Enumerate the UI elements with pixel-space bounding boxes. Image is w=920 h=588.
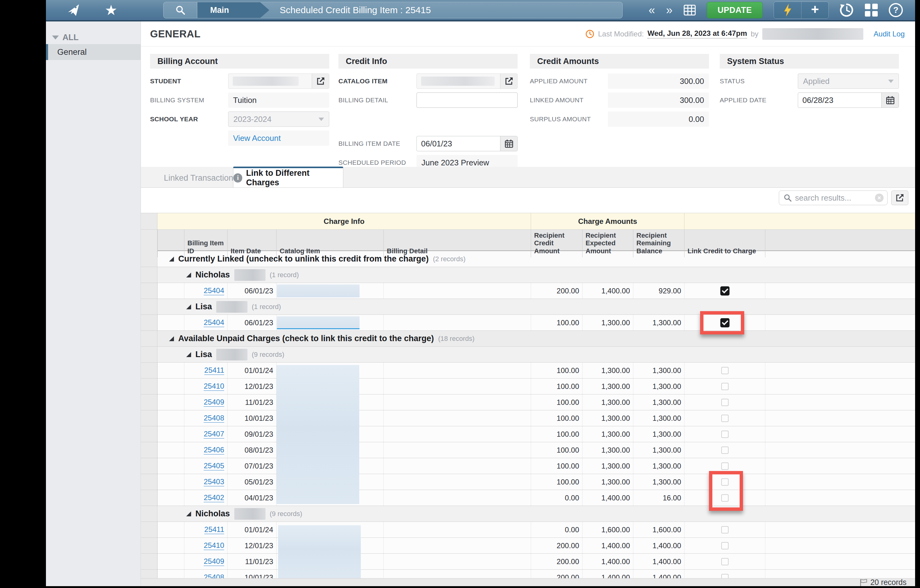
row-selector-column[interactable] [141, 458, 157, 474]
link-credit-checkbox[interactable] [721, 399, 729, 406]
breadcrumb-main[interactable]: Main [197, 2, 269, 18]
results-search-box: × [779, 191, 888, 205]
link-credit-checkbox[interactable] [721, 367, 729, 374]
rocket-icon[interactable] [67, 3, 81, 17]
group-row-level2[interactable]: Nicholas(9 records) [141, 505, 915, 522]
update-button[interactable]: UPDATE [707, 2, 763, 18]
row-selector-column[interactable] [141, 490, 157, 505]
collapse-triangle-icon[interactable] [186, 352, 191, 357]
collapse-triangle-icon[interactable] [186, 305, 191, 309]
billing-item-id-link[interactable]: 25404 [204, 318, 224, 327]
row-selector-column[interactable] [141, 426, 157, 442]
view-account-link[interactable]: View Account [233, 133, 281, 143]
applied-date-field[interactable]: 06/28/23 [798, 92, 899, 108]
row-selector-column[interactable] [141, 283, 157, 299]
favorites-star-icon[interactable]: ★ [105, 3, 117, 17]
link-credit-checkbox[interactable] [721, 542, 729, 549]
next-record-icon[interactable]: » [666, 4, 672, 16]
billing-item-id-link[interactable]: 25411 [204, 366, 224, 375]
applied-date-value[interactable]: 06/28/23 [798, 93, 881, 107]
group-row-level1[interactable]: Available Unpaid Charges (check to link … [141, 330, 915, 347]
last-modified-label: Last Modified: [598, 30, 644, 38]
applied-date-picker-button[interactable] [881, 93, 899, 107]
link-credit-checkbox[interactable] [721, 526, 729, 533]
student-name: Nicholas [195, 509, 230, 518]
billing-item-id-link[interactable]: 25409 [204, 557, 224, 566]
clear-search-icon[interactable]: × [875, 194, 884, 202]
group-row-level2[interactable]: Nicholas(1 record) [141, 267, 915, 283]
trailing-empty-cell [765, 363, 915, 378]
link-credit-checkbox[interactable] [721, 462, 729, 470]
group-row-level1[interactable]: Currently Linked (uncheck to unlink this… [141, 251, 915, 267]
recipient-credit-amount-cell: 100.00 [531, 458, 582, 474]
billing-item-id-link[interactable]: 25410 [204, 382, 224, 391]
last-modified-value[interactable]: Wed, Jun 28, 2023 at 6:47pm [648, 29, 747, 39]
tab-link-to-different-charges[interactable]: i Link to Different Charges [233, 167, 343, 188]
trailing-empty-cell [765, 554, 915, 569]
row-selector-column[interactable] [141, 554, 157, 569]
topbar-search-button[interactable] [164, 2, 197, 18]
billing-item-id-link[interactable]: 25407 [204, 430, 224, 439]
open-catalog-item-button[interactable] [500, 74, 517, 89]
catalog-item-redacted [421, 76, 495, 86]
open-student-button[interactable] [312, 74, 329, 89]
billing-detail-input[interactable] [416, 92, 518, 108]
history-icon[interactable] [840, 3, 854, 17]
recipient-remaining-balance-cell: 1,600.00 [633, 522, 684, 538]
search-input[interactable] [795, 193, 872, 203]
status-label: STATUS [720, 78, 798, 85]
billing-item-id-link[interactable]: 25410 [204, 541, 224, 550]
audit-log-link[interactable]: Audit Log [874, 30, 905, 38]
billing-item-date-picker-button[interactable] [500, 136, 517, 151]
row-selector-column[interactable] [141, 442, 157, 458]
group-row-level2[interactable]: Lisa(1 record) [141, 299, 915, 314]
billing-item-date-field[interactable]: 06/01/23 [416, 136, 518, 151]
billing-item-id-link[interactable]: 25405 [204, 462, 224, 470]
item-date-cell: 10/01/23 [227, 410, 276, 426]
apps-grid-icon[interactable] [865, 4, 878, 16]
billing-item-date-value[interactable]: 06/01/23 [417, 136, 500, 151]
sidebar-item-general[interactable]: General [46, 44, 141, 60]
table-row: 2541012/01/23200.001,400.001,400.00 [141, 538, 915, 553]
billing-item-id-link[interactable]: 25411 [204, 525, 224, 534]
billing-item-id-link[interactable]: 25408 [204, 414, 224, 423]
row-selector-column[interactable] [141, 315, 157, 330]
indent-cell [157, 474, 184, 490]
link-credit-checkbox[interactable] [721, 558, 729, 565]
collapse-triangle-icon[interactable] [186, 272, 191, 277]
sidebar-group-all[interactable]: ALL [46, 31, 141, 44]
row-selector-column[interactable] [141, 538, 157, 553]
row-selector-column[interactable] [141, 363, 157, 378]
group-row-content: Available Unpaid Charges (check to link … [157, 331, 915, 347]
row-selector-column[interactable] [141, 522, 157, 538]
add-button[interactable]: + [801, 2, 828, 18]
row-selector-column[interactable] [141, 410, 157, 426]
school-year-select[interactable]: 2023-2024 [228, 112, 329, 127]
link-credit-checkbox[interactable] [721, 383, 729, 390]
collapse-triangle-icon[interactable] [186, 512, 191, 516]
billing-item-id-link[interactable]: 25406 [204, 445, 224, 455]
billing-item-id-link[interactable]: 25403 [204, 478, 224, 486]
student-redacted [233, 76, 299, 86]
link-credit-checkbox[interactable] [721, 415, 729, 422]
row-selector-column[interactable] [141, 394, 157, 410]
status-select[interactable]: Applied [798, 73, 899, 89]
billing-item-id-link[interactable]: 25402 [204, 493, 224, 502]
link-credit-checkbox[interactable] [721, 447, 729, 454]
quick-actions-button[interactable] [774, 2, 801, 18]
row-selector-column[interactable] [141, 379, 157, 394]
collapse-triangle-icon[interactable] [169, 336, 174, 341]
billing-item-id-link[interactable]: 25404 [204, 286, 224, 295]
billing-detail-cell [384, 379, 531, 394]
row-selector-column[interactable] [141, 474, 157, 490]
table-row: 2540204/01/230.001,400.0016.00 [141, 490, 915, 505]
group-row-level2[interactable]: Lisa(9 records) [141, 347, 915, 362]
prev-record-icon[interactable]: « [649, 4, 655, 16]
billing-item-id-link[interactable]: 25409 [204, 398, 224, 407]
link-credit-checkbox[interactable] [721, 431, 729, 438]
collapse-triangle-icon[interactable] [169, 257, 174, 262]
list-view-icon[interactable] [684, 5, 696, 16]
help-icon[interactable]: ? [889, 3, 903, 17]
link-credit-checkbox[interactable] [720, 286, 729, 296]
open-results-button[interactable] [891, 191, 909, 205]
